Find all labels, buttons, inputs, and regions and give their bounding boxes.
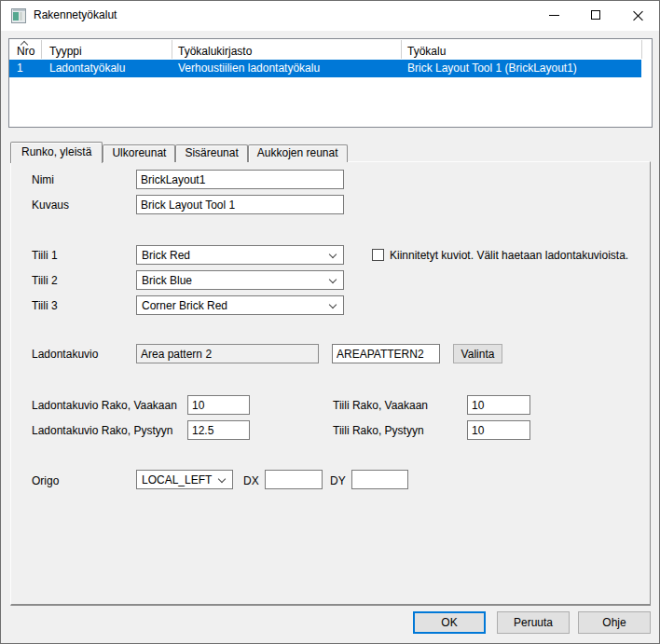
dx-input[interactable] bbox=[265, 470, 323, 489]
titlebar: Rakennetyökalut bbox=[1, 1, 659, 31]
tool-list: Nro Tyyppi Työkalukirjasto Työkalu 1 Lad… bbox=[8, 38, 653, 128]
window-icon-part bbox=[13, 9, 25, 11]
minimize-icon bbox=[549, 15, 559, 16]
kiinnitetyt-kuviot-checkbox[interactable] bbox=[372, 249, 384, 261]
tiili-rako-pystyyn-input[interactable] bbox=[467, 420, 530, 440]
tab-runko-yleista[interactable]: Runko, yleistä bbox=[10, 142, 103, 163]
label-dx: DX bbox=[243, 474, 259, 487]
tab-aukkojen-reunat[interactable]: Aukkojen reunat bbox=[248, 144, 348, 162]
ladontakuvio-code-field[interactable] bbox=[332, 344, 440, 363]
tabstrip: Runko, yleistä Ulkoreunat Sisäreunat Auk… bbox=[10, 141, 348, 162]
tiili-1-dropdown[interactable]: Brick Red bbox=[136, 245, 344, 265]
cell-kirjasto: Verhoustiilien ladontatyökalu bbox=[178, 60, 320, 77]
label-tiili-1: Tiili 1 bbox=[32, 249, 58, 262]
cell-nro: 1 bbox=[17, 60, 23, 77]
label-kuvaus: Kuvaus bbox=[32, 199, 69, 212]
tab-sisareunat[interactable]: Sisäreunat bbox=[175, 144, 247, 162]
maximize-icon bbox=[591, 10, 600, 20]
tab-ulkoreunat[interactable]: Ulkoreunat bbox=[103, 144, 175, 162]
column-header-nro[interactable]: Nro bbox=[17, 45, 34, 58]
label-tiili-3: Tiili 3 bbox=[32, 299, 58, 312]
chevron-down-icon bbox=[329, 251, 337, 258]
dy-input[interactable] bbox=[351, 470, 408, 489]
close-button[interactable] bbox=[617, 1, 659, 30]
label-ladontakuvio: Ladontakuvio bbox=[32, 348, 98, 361]
chevron-down-icon bbox=[218, 475, 226, 483]
column-divider[interactable] bbox=[41, 40, 42, 59]
window-icon-part bbox=[23, 12, 25, 21]
column-header-tyyppi[interactable]: Tyyppi bbox=[49, 45, 82, 58]
tiili-3-value: Corner Brick Red bbox=[142, 299, 227, 312]
nimi-input[interactable] bbox=[136, 170, 344, 189]
origo-value: LOCAL_LEFT bbox=[142, 473, 212, 486]
origo-dropdown[interactable]: LOCAL_LEFT bbox=[136, 470, 233, 489]
minimize-button[interactable] bbox=[533, 1, 575, 30]
kiinnitetyt-kuviot-label: Kiinnitetyt kuviot. Välit haetaan ladont… bbox=[390, 249, 628, 262]
tiili-3-dropdown[interactable]: Corner Brick Red bbox=[136, 295, 344, 315]
dialog-rakennetyokalut: Rakennetyökalut Nro Tyyppi Työkalukirjas… bbox=[0, 0, 660, 644]
column-divider[interactable] bbox=[641, 40, 642, 59]
cell-tyokalu: Brick Layout Tool 1 (BrickLayout1) bbox=[407, 60, 577, 77]
chevron-down-icon bbox=[329, 276, 337, 283]
label-tiili-2: Tiili 2 bbox=[32, 274, 58, 287]
column-divider[interactable] bbox=[172, 40, 172, 59]
close-icon bbox=[633, 10, 643, 21]
tiili-2-value: Brick Blue bbox=[142, 274, 192, 287]
tool-list-header: Nro Tyyppi Työkalukirjasto Työkalu bbox=[9, 39, 652, 60]
label-dy: DY bbox=[330, 474, 346, 487]
window-title: Rakennetyökalut bbox=[34, 1, 117, 30]
window-icon bbox=[11, 8, 26, 23]
window-icon-part bbox=[20, 12, 22, 21]
maximize-button[interactable] bbox=[575, 1, 617, 30]
label-tiili-rako-vaakaan: Tiili Rako, Vaakaan bbox=[333, 399, 428, 412]
column-divider[interactable] bbox=[401, 40, 402, 59]
ohje-button[interactable]: Ohje bbox=[578, 611, 651, 634]
kuvaus-input[interactable] bbox=[136, 195, 344, 214]
window-icon-part bbox=[13, 12, 19, 21]
tiili-2-dropdown[interactable]: Brick Blue bbox=[136, 270, 344, 290]
rako-pystyyn-input[interactable] bbox=[187, 420, 250, 440]
rako-vaakaan-input[interactable] bbox=[187, 395, 250, 415]
chevron-down-icon bbox=[329, 301, 337, 308]
label-rako-vaakaan: Ladontakuvio Rako, Vaakaan bbox=[32, 399, 177, 412]
label-origo: Origo bbox=[32, 474, 59, 487]
peruuta-button[interactable]: Peruuta bbox=[497, 611, 570, 634]
column-header-tyokalu[interactable]: Työkalu bbox=[407, 45, 446, 58]
label-nimi: Nimi bbox=[32, 173, 54, 186]
valinta-button[interactable]: Valinta bbox=[453, 344, 502, 363]
tiili-1-value: Brick Red bbox=[142, 249, 190, 262]
table-row-selected[interactable]: 1 Ladontatyökalu Verhoustiilien ladontat… bbox=[9, 60, 641, 77]
ok-button[interactable]: OK bbox=[413, 611, 486, 634]
label-tiili-rako-pystyyn: Tiili Rako, Pystyyn bbox=[333, 424, 424, 437]
tiili-rako-vaakaan-input[interactable] bbox=[467, 395, 530, 415]
ladontakuvio-name-field[interactable] bbox=[136, 344, 319, 363]
cell-tyyppi: Ladontatyökalu bbox=[49, 60, 125, 77]
tabpage-runko-yleista bbox=[10, 161, 651, 606]
column-header-kirjasto[interactable]: Työkalukirjasto bbox=[178, 45, 252, 58]
label-rako-pystyyn: Ladontakuvio Rako, Pystyyn bbox=[32, 424, 172, 437]
